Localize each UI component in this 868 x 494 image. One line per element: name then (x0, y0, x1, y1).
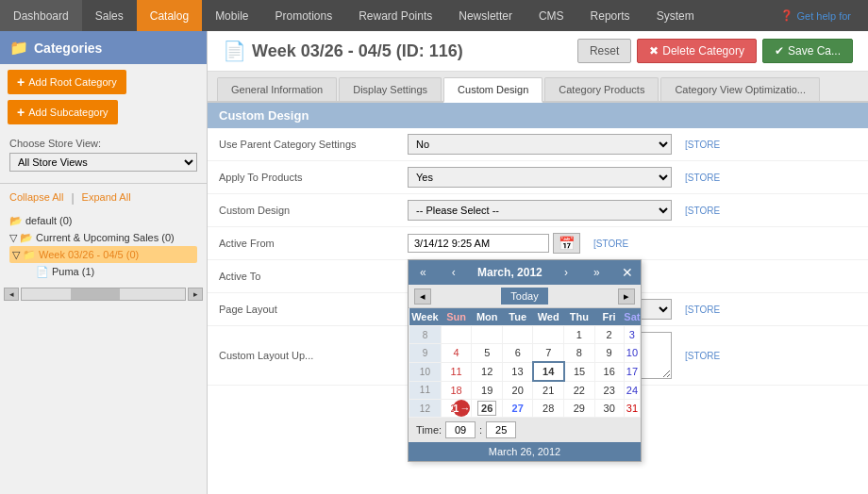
cal-day-12[interactable]: 12 (472, 362, 503, 381)
tab-custom-design[interactable]: Custom Design (443, 77, 542, 103)
nav-cms[interactable]: CMS (526, 0, 577, 31)
calendar-nav-prev-month[interactable]: ‹ (448, 266, 459, 279)
tab-display-settings[interactable]: Display Settings (339, 77, 442, 101)
categories-icon: 📁 (9, 39, 28, 57)
cal-thu-header: Thu (564, 308, 594, 326)
cal-day-23[interactable]: 23 (594, 381, 624, 400)
calendar-close-btn[interactable]: ✕ (622, 265, 633, 280)
store-indicator-6: [STORE (685, 351, 720, 361)
category-tree: 📂 default (0) ▽ 📂 Current & Upcoming Sal… (0, 208, 207, 284)
tab-general-information[interactable]: General Information (217, 77, 337, 101)
cal-day-empty-2 (472, 326, 503, 344)
tree-item-puma[interactable]: 📄 Puma (1) (9, 263, 197, 280)
cal-day-18[interactable]: 18 (441, 381, 471, 400)
tab-category-products[interactable]: Category Products (544, 77, 659, 101)
tab-category-view-optimization[interactable]: Category View Optimizatio... (660, 77, 820, 101)
active-from-input[interactable] (408, 234, 549, 253)
calendar-nav-next-year[interactable]: » (590, 266, 604, 279)
select-apply-products[interactable]: Yes No (408, 167, 672, 188)
page-title-icon: 📄 (223, 40, 246, 62)
cal-day-31[interactable]: 31 (624, 400, 640, 418)
nav-reports[interactable]: Reports (577, 0, 643, 31)
nav-sales[interactable]: Sales (82, 0, 137, 31)
select-parent-settings[interactable]: No Yes (408, 134, 672, 155)
cal-sat-header: Sat (624, 308, 640, 326)
cal-day-28[interactable]: 28 (533, 400, 564, 418)
cal-sun-header: Sun (441, 308, 471, 326)
section-header: Custom Design (208, 103, 868, 128)
calendar-next-btn[interactable]: ▸ (618, 288, 635, 305)
form-row-parent-settings: Use Parent Category Settings No Yes [STO… (208, 128, 868, 161)
cal-week-11: 11 18 19 20 21 22 23 24 (409, 381, 641, 400)
cal-day-16[interactable]: 16 (594, 362, 624, 381)
cal-day-5[interactable]: 5 (472, 344, 503, 363)
cal-day-7[interactable]: 7 (533, 344, 564, 363)
cal-day-17[interactable]: 17 (624, 362, 640, 381)
cal-day-14[interactable]: 14 (533, 362, 564, 381)
calendar-today-btn[interactable]: Today (501, 288, 547, 305)
help-link[interactable]: ❓ Get help for (767, 0, 868, 31)
cal-day-empty-4 (533, 326, 564, 344)
cal-day-1[interactable]: 1 (564, 326, 594, 344)
cal-day-15[interactable]: 15 (564, 362, 594, 381)
delete-category-button[interactable]: ✖ Delete Category (637, 39, 757, 63)
scroll-track[interactable] (21, 288, 186, 301)
cal-day-19[interactable]: 19 (472, 381, 503, 400)
sales-folder-icon: 📂 (20, 231, 33, 244)
cal-day-3[interactable]: 3 (624, 326, 640, 344)
cal-day-24[interactable]: 24 (624, 381, 640, 400)
calendar-nav-bar: ◂ Today ▸ (409, 285, 641, 308)
cal-day-4[interactable]: 4 (441, 344, 471, 363)
tree-item-week[interactable]: ▽ 📁 Week 03/26 - 04/5 (0) (9, 246, 197, 263)
store-indicator-2: [STORE (685, 206, 720, 216)
collapse-all-link[interactable]: Collapse All (9, 191, 63, 205)
category-tabs: General Information Display Settings Cus… (208, 72, 868, 103)
cal-day-8[interactable]: 8 (564, 344, 594, 363)
tree-item-current-sales[interactable]: ▽ 📂 Current & Upcoming Sales (0) (9, 229, 197, 246)
tree-item-default[interactable]: 📂 default (0) (9, 212, 197, 229)
add-subcategory-button[interactable]: + Add Subcategory (8, 100, 118, 124)
calendar-nav-prev-year[interactable]: « (416, 266, 430, 279)
cal-day-21[interactable]: 21 (533, 381, 564, 400)
reset-button[interactable]: Reset (577, 39, 631, 63)
field-apply-products: Yes No [STORE (408, 167, 857, 188)
active-from-calendar-btn[interactable]: 📅 (553, 233, 580, 254)
add-root-category-button[interactable]: + Add Root Category (8, 70, 126, 94)
nav-promotions[interactable]: Promotions (261, 0, 345, 31)
cal-day-6[interactable]: 6 (503, 344, 533, 363)
time-hour-input[interactable] (445, 421, 476, 438)
cal-day-9[interactable]: 9 (594, 344, 624, 363)
cal-day-2[interactable]: 2 (594, 326, 624, 344)
nav-reward-points[interactable]: Reward Points (345, 0, 445, 31)
cal-day-20[interactable]: 20 (503, 381, 533, 400)
sidebar: 📁 Categories + Add Root Category + Add S… (0, 31, 208, 494)
cal-weeknum-8: 8 (409, 326, 442, 344)
cal-day-10[interactable]: 10 (624, 344, 640, 363)
cal-day-29[interactable]: 29 (564, 400, 594, 418)
cal-day-13[interactable]: 13 (503, 362, 533, 381)
puma-folder-icon: 📄 (36, 265, 49, 278)
nav-dashboard[interactable]: Dashboard (0, 0, 82, 31)
label-custom-layout: Custom Layout Up... (219, 350, 408, 361)
label-apply-products: Apply To Products (219, 172, 408, 183)
calendar-nav-next-month[interactable]: › (560, 266, 572, 279)
scroll-left-btn[interactable]: ◂ (4, 288, 19, 301)
nav-system[interactable]: System (643, 0, 708, 31)
cal-day-22[interactable]: 22 (564, 381, 594, 400)
select-custom-design[interactable]: -- Please Select -- (408, 200, 672, 221)
cal-day-11[interactable]: 11 (441, 362, 471, 381)
nav-mobile[interactable]: Mobile (202, 0, 261, 31)
nav-catalog[interactable]: Catalog (137, 0, 202, 31)
time-min-input[interactable] (486, 421, 516, 438)
expand-all-link[interactable]: Expand All (82, 191, 131, 205)
save-icon: ✔ (775, 44, 784, 58)
nav-newsletter[interactable]: Newsletter (445, 0, 526, 31)
calendar-prev-btn[interactable]: ◂ (414, 288, 431, 305)
cal-week-8: 8 1 2 3 (409, 326, 641, 344)
store-view-dropdown[interactable]: All Store Views (9, 153, 197, 172)
cal-day-30[interactable]: 30 (594, 400, 624, 418)
cal-day-26[interactable]: 1 → 26 (472, 400, 503, 418)
cal-day-27[interactable]: 27 (503, 400, 533, 418)
save-category-button[interactable]: ✔ Save Ca... (762, 39, 853, 63)
scroll-right-btn[interactable]: ▸ (188, 288, 203, 301)
